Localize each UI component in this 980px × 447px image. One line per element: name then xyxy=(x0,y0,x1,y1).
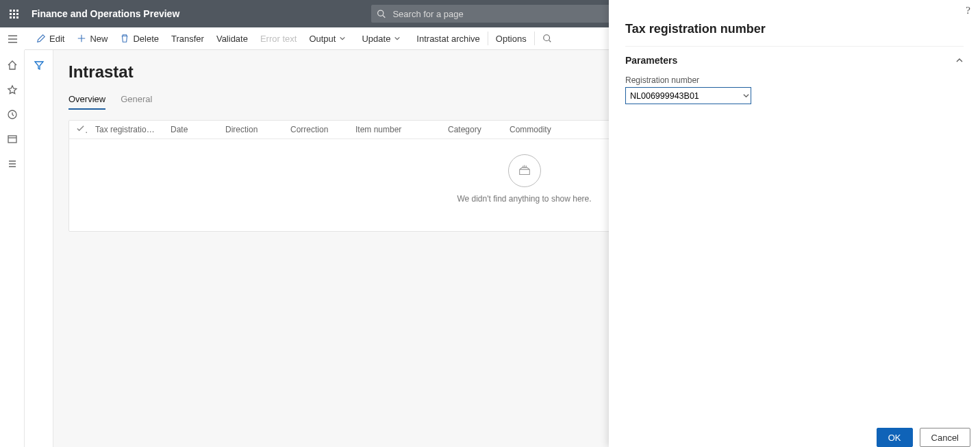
app-launcher-icon[interactable] xyxy=(0,0,27,27)
recent-icon[interactable] xyxy=(7,109,18,120)
update-label: Update xyxy=(362,34,390,44)
archive-label: Intrastat archive xyxy=(416,34,480,44)
separator xyxy=(488,32,488,45)
workspace-icon[interactable] xyxy=(7,134,18,145)
trash-icon xyxy=(120,34,129,43)
chevron-down-icon xyxy=(339,35,346,42)
registration-number-input[interactable] xyxy=(626,91,742,101)
new-button[interactable]: New xyxy=(71,27,114,50)
col-item-number[interactable]: Item number xyxy=(349,125,441,134)
options-label: Options xyxy=(496,34,527,44)
empty-icon xyxy=(508,154,541,187)
delete-label: Delete xyxy=(133,34,159,44)
empty-text: We didn't find anything to show here. xyxy=(457,194,591,204)
edit-button[interactable]: Edit xyxy=(30,27,71,50)
plus-icon xyxy=(77,34,86,43)
nav-collapse-toggle[interactable] xyxy=(0,27,25,50)
pencil-icon xyxy=(36,34,46,43)
svg-rect-3 xyxy=(8,136,16,143)
chevron-down-icon xyxy=(394,35,401,42)
new-label: New xyxy=(90,34,108,44)
col-tax-registration[interactable]: Tax registration num... xyxy=(88,125,164,134)
parameters-header[interactable]: Parameters xyxy=(625,47,964,71)
registration-label: Registration number xyxy=(625,75,964,85)
separator xyxy=(534,32,535,45)
registration-number-combo[interactable] xyxy=(625,87,751,104)
ok-button[interactable]: OK xyxy=(877,428,913,447)
filter-rail xyxy=(25,50,53,447)
panel-header: ? xyxy=(609,0,980,21)
cancel-button[interactable]: Cancel xyxy=(920,428,970,447)
search-input[interactable] xyxy=(391,8,612,20)
archive-button[interactable]: Intrastat archive xyxy=(410,27,486,50)
modules-icon[interactable] xyxy=(7,158,18,169)
parameters-section: Parameters Registration number xyxy=(625,46,964,104)
chevron-up-icon xyxy=(955,56,964,64)
filter-icon[interactable] xyxy=(34,60,45,71)
col-correction[interactable]: Correction xyxy=(284,125,349,134)
output-label: Output xyxy=(309,34,336,44)
search-icon xyxy=(377,9,386,19)
search-icon xyxy=(542,34,552,43)
panel-footer: OK Cancel xyxy=(609,420,980,447)
update-menu[interactable]: Update xyxy=(355,27,410,50)
global-search[interactable] xyxy=(371,5,618,23)
delete-button[interactable]: Delete xyxy=(114,27,165,50)
transfer-label: Transfer xyxy=(171,34,204,44)
home-icon[interactable] xyxy=(7,60,18,71)
help-icon[interactable]: ? xyxy=(966,5,970,16)
validate-button[interactable]: Validate xyxy=(210,27,254,50)
col-direction[interactable]: Direction xyxy=(218,125,284,134)
validate-label: Validate xyxy=(216,34,248,44)
dropdown-toggle[interactable] xyxy=(742,92,751,99)
errortext-button: Error text xyxy=(254,27,303,50)
svg-point-1 xyxy=(543,35,549,41)
section-label: Parameters xyxy=(625,55,677,66)
tab-overview[interactable]: Overview xyxy=(68,91,105,110)
edit-label: Edit xyxy=(49,34,64,44)
left-nav-rail xyxy=(0,50,25,447)
col-date[interactable]: Date xyxy=(164,125,218,134)
find-button[interactable] xyxy=(536,27,558,50)
chevron-down-icon xyxy=(742,92,750,99)
output-menu[interactable]: Output xyxy=(303,27,355,50)
panel-title: Tax registration number xyxy=(609,21,980,46)
transfer-button[interactable]: Transfer xyxy=(165,27,210,50)
app-title: Finance and Operations Preview xyxy=(32,8,179,19)
svg-point-0 xyxy=(378,10,384,16)
options-button[interactable]: Options xyxy=(490,27,533,50)
check-icon xyxy=(76,124,85,133)
tab-general[interactable]: General xyxy=(121,91,152,110)
col-commodity[interactable]: Commodity xyxy=(503,125,578,134)
select-all-checkbox[interactable] xyxy=(69,124,88,135)
star-icon[interactable] xyxy=(7,84,18,95)
col-category[interactable]: Category xyxy=(441,125,503,134)
side-panel: ? Tax registration number Parameters Reg… xyxy=(609,0,980,447)
errortext-label: Error text xyxy=(260,34,297,44)
